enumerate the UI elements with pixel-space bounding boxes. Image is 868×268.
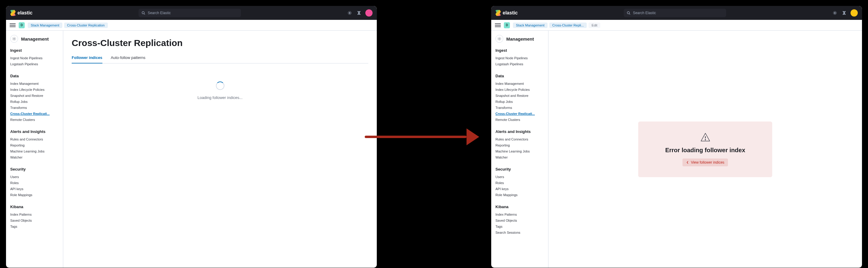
nav-item[interactable]: Index Lifecycle Policies: [495, 87, 545, 93]
nav-group-title: Alerts and Insights: [495, 129, 545, 134]
nav-item[interactable]: Snapshot and Restore: [10, 93, 60, 99]
elastic-logo-icon: [495, 10, 501, 16]
arrow-shaft: [365, 136, 467, 138]
nav-group: SecurityUsersRolesAPI keysRole Mappings: [10, 167, 63, 198]
nav-item[interactable]: Index Management: [495, 80, 545, 87]
nav-group: KibanaIndex PatternsSaved ObjectsTagsSea…: [495, 204, 548, 236]
svg-point-1: [349, 12, 350, 13]
nav-item[interactable]: Index Patterns: [10, 211, 60, 217]
nav-item[interactable]: Role Mappings: [10, 192, 60, 198]
nav-item[interactable]: Index Patterns: [495, 211, 545, 217]
nav-item[interactable]: API keys: [10, 186, 60, 192]
nav-item[interactable]: Snapshot and Restore: [495, 93, 545, 99]
nav-item[interactable]: Logstash Pipelines: [10, 61, 60, 67]
nav-group-title: Security: [495, 167, 545, 171]
topbar-actions: [347, 9, 373, 16]
newsfeed-icon[interactable]: [347, 10, 352, 15]
nav-item[interactable]: Ingest Node Pipelines: [495, 55, 545, 61]
elastic-logo[interactable]: elastic: [10, 10, 33, 16]
main-content: Cross-Cluster Replication Follower indic…: [63, 31, 377, 268]
search-container: Search Elastic: [521, 9, 829, 17]
breadcrumb-item[interactable]: Cross-Cluster Replication: [64, 23, 108, 28]
space-selector[interactable]: D: [504, 22, 510, 28]
nav-group: Alerts and InsightsRules and ConnectorsR…: [495, 129, 548, 160]
error-panel: Error loading follower index View follow…: [638, 122, 773, 177]
nav-group-title: Security: [10, 167, 60, 171]
tab-auto-follow[interactable]: Auto-follow patterns: [111, 52, 146, 64]
global-search[interactable]: Search Elastic: [138, 9, 241, 17]
warning-icon: [700, 132, 711, 142]
nav-item[interactable]: Remote Clusters: [495, 117, 545, 123]
nav-item[interactable]: Logstash Pipelines: [495, 61, 545, 67]
view-follower-indices-button[interactable]: View follower indices: [682, 159, 728, 166]
search-icon: [627, 11, 630, 15]
nav-item[interactable]: Machine Learning Jobs: [495, 148, 545, 154]
nav-item[interactable]: Transforms: [495, 105, 545, 111]
nav-group-title: Ingest: [10, 48, 60, 53]
nav-item[interactable]: Tags: [495, 224, 545, 230]
app-body: Management IngestIngest Node PipelinesLo…: [6, 31, 377, 268]
help-icon[interactable]: [356, 10, 361, 15]
nav-item[interactable]: Rules and Connectors: [10, 136, 60, 142]
search-icon: [142, 11, 145, 15]
breadcrumb-item[interactable]: Stack Management: [513, 23, 548, 28]
breadcrumb-item[interactable]: Cross-Cluster Repli...: [549, 23, 587, 28]
kibana-window-after: elastic Search Elastic D: [491, 6, 862, 268]
nav-item[interactable]: Rules and Connectors: [495, 136, 545, 142]
svg-point-9: [705, 139, 705, 140]
nav-item[interactable]: Rollup Jobs: [495, 99, 545, 105]
management-sidebar: Management IngestIngest Node PipelinesLo…: [491, 31, 549, 268]
nav-item[interactable]: Machine Learning Jobs: [10, 148, 60, 154]
breadcrumb-item[interactable]: Stack Management: [28, 23, 62, 28]
nav-item[interactable]: Watcher: [10, 154, 60, 160]
nav-item[interactable]: Index Management: [10, 80, 60, 87]
newsfeed-icon[interactable]: [833, 10, 837, 15]
nav-item[interactable]: Users: [495, 174, 545, 180]
nav-item[interactable]: Rollup Jobs: [10, 99, 60, 105]
sidebar-title: Management: [506, 36, 534, 41]
nav-item[interactable]: Watcher: [495, 154, 545, 160]
global-search[interactable]: Search Elastic: [624, 9, 726, 17]
nav-toggle-button[interactable]: [10, 22, 16, 28]
nav-group-title: Data: [495, 74, 545, 78]
search-container: Search Elastic: [36, 9, 344, 17]
nav-item[interactable]: API keys: [495, 186, 545, 192]
nav-item[interactable]: Cross-Cluster Replicati...: [10, 111, 60, 117]
elastic-logo[interactable]: elastic: [495, 10, 518, 16]
nav-item[interactable]: Transforms: [10, 105, 60, 111]
nav-item[interactable]: Roles: [495, 180, 545, 186]
page-title: Cross-Cluster Replication: [72, 38, 368, 48]
svg-point-7: [499, 38, 500, 39]
nav-item[interactable]: Roles: [10, 180, 60, 186]
svg-point-3: [13, 38, 15, 39]
nav-item[interactable]: Role Mappings: [495, 192, 545, 198]
nav-toggle-button[interactable]: [495, 22, 501, 28]
nav-item[interactable]: Remote Clusters: [10, 117, 60, 123]
subheader: D Stack Management Cross-Cluster Replica…: [6, 20, 377, 31]
management-sidebar: Management IngestIngest Node PipelinesLo…: [6, 31, 63, 268]
breadcrumbs: Stack Management Cross-Cluster Replicati…: [28, 23, 108, 28]
nav-group-title: Ingest: [495, 48, 545, 53]
tab-follower-indices[interactable]: Follower indices: [72, 52, 102, 64]
space-selector[interactable]: D: [19, 22, 25, 28]
nav-item[interactable]: Saved Objects: [10, 217, 60, 224]
help-icon[interactable]: [841, 10, 846, 15]
nav-item[interactable]: Reporting: [495, 142, 545, 148]
nav-item[interactable]: Saved Objects: [495, 217, 545, 224]
sidebar-header: Management: [495, 35, 548, 43]
tabs: Follower indices Auto-follow patterns: [72, 52, 368, 64]
error-title: Error loading follower index: [665, 147, 745, 154]
nav-item[interactable]: Tags: [10, 224, 60, 230]
nav-item[interactable]: Cross-Cluster Replicati...: [495, 111, 545, 117]
error-panel-container: Error loading follower index View follow…: [549, 31, 862, 268]
nav-item[interactable]: Users: [10, 174, 60, 180]
user-avatar[interactable]: [850, 9, 858, 16]
nav-group: DataIndex ManagementIndex Lifecycle Poli…: [495, 74, 548, 123]
nav-item[interactable]: Reporting: [10, 142, 60, 148]
nav-group-title: Kibana: [10, 204, 60, 209]
nav-item[interactable]: Search Sessions: [495, 230, 545, 236]
svg-point-4: [627, 12, 630, 14]
nav-item[interactable]: Ingest Node Pipelines: [10, 55, 60, 61]
user-avatar[interactable]: [365, 9, 373, 16]
nav-item[interactable]: Index Lifecycle Policies: [10, 87, 60, 93]
